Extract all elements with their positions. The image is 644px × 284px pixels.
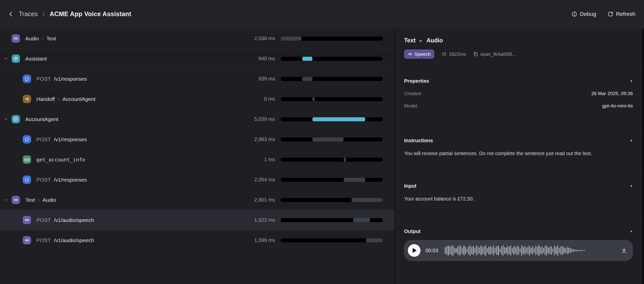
caret-spacer [0, 218, 23, 222]
span-timeline-segment [353, 218, 370, 222]
property-row-created: Created 26 Mar 2025, 09:36 [404, 91, 633, 96]
waveform-bar [567, 247, 567, 254]
trace-span-row[interactable]: POST/v1/audio/speech1,622 ms [0, 210, 394, 230]
breadcrumb-separator: / [41, 10, 46, 18]
waveform-bar [543, 248, 544, 253]
waveform-bar [465, 247, 466, 254]
span-duration-label: 940 ms [258, 56, 275, 62]
span-label: Handoff›AccountAgent [36, 96, 95, 102]
waveform-bar [568, 247, 569, 253]
chevron-down-icon[interactable] [0, 198, 12, 202]
span-duration-label: 2,983 ms [254, 136, 275, 142]
chevron-down-icon[interactable] [0, 117, 12, 121]
output-title: Output [404, 229, 421, 234]
property-value: gpt-4o-mini-tts [602, 103, 633, 109]
waveform-bar [562, 246, 563, 255]
span-timeline-track [281, 178, 383, 182]
trace-span-row[interactable]: Audio›Text2,038 ms [0, 29, 394, 49]
waveform-bar [582, 250, 583, 251]
trace-span-row[interactable]: Assistant940 ms [0, 49, 394, 69]
waveform-bar [487, 248, 488, 253]
waveform-bar [492, 247, 492, 254]
waveform-bar [540, 247, 541, 254]
span-duration-label: 2,054 ms [254, 177, 275, 183]
waveform-bar [518, 246, 519, 254]
span-timeline-track [281, 218, 383, 222]
waveform-bar [581, 250, 581, 251]
trace-span-row[interactable]: Handoff›AccountAgent0 ms [0, 89, 394, 109]
waveform-bar [556, 247, 556, 254]
breadcrumb-traces-link[interactable]: Traces [19, 10, 38, 18]
caret-spacer [0, 77, 23, 81]
trace-span-row[interactable]: {≡}get_account_info1 ms [0, 150, 394, 170]
collapse-caret-icon[interactable]: ▼ [630, 230, 633, 233]
chevron-left-icon [8, 11, 14, 17]
audio-waveform[interactable] [445, 243, 614, 258]
trace-span-row[interactable]: POST/v1/responses2,983 ms [0, 129, 394, 150]
span-timeline-track [281, 77, 383, 81]
audio-icon [23, 236, 31, 244]
waveform-bar [446, 246, 447, 255]
span-title: Text ▶ Audio [404, 37, 633, 44]
waveform-bar [479, 247, 480, 253]
collapse-caret-icon[interactable]: ▼ [630, 184, 633, 188]
span-duration-value: 1622ms [449, 51, 466, 57]
handoff-icon [23, 95, 31, 103]
waveform-bar [457, 246, 458, 254]
properties-title: Properties [404, 78, 429, 84]
waveform-bar [503, 245, 503, 256]
span-timeline-track [281, 137, 383, 141]
span-duration-label: 0 ms [264, 96, 275, 102]
trace-span-row[interactable]: Text›Audio2,901 ms [0, 190, 394, 210]
waveform-bar [454, 247, 455, 253]
gauge-icon [441, 51, 447, 57]
span-label: POST/v1/audio/speech [36, 217, 94, 223]
waveform-bar [575, 249, 575, 251]
play-button[interactable] [408, 244, 420, 257]
waveform-bar [498, 246, 499, 255]
debug-button[interactable]: Debug [571, 11, 596, 17]
waveform-bar [463, 246, 464, 255]
chat-icon [23, 135, 31, 144]
span-duration-label: 1,596 ms [254, 237, 275, 243]
waveform-bar [459, 245, 460, 255]
span-timeline-track [281, 158, 383, 162]
waveform-bar [517, 246, 517, 255]
back-button[interactable] [7, 10, 15, 18]
fn-icon: {≡} [23, 155, 31, 164]
waveform-bar [513, 246, 514, 255]
waveform-bar [525, 246, 525, 255]
span-title-from: Text [404, 37, 416, 44]
top-header: Traces / ACME App Voice Assistant Debug … [0, 0, 644, 28]
waveform-bar [485, 245, 486, 256]
trace-span-row[interactable]: POST/v1/audio/speech1,596 ms [0, 230, 394, 250]
caret-spacer [0, 36, 12, 41]
collapse-caret-icon[interactable]: ▼ [630, 139, 633, 143]
trace-span-row[interactable]: POST/v1/responses939 ms [0, 69, 394, 89]
waveform-bar [545, 246, 546, 255]
chevron-down-icon[interactable] [0, 56, 12, 61]
instructions-title: Instructions [404, 138, 433, 144]
waveform-bar [495, 248, 496, 253]
span-timeline-segment [312, 97, 315, 101]
caret-spacer [0, 137, 23, 141]
instructions-section: Instructions ▼ You will receive partial … [395, 129, 642, 174]
span-id[interactable]: span_f64a0f35... [473, 51, 516, 57]
span-timeline-segment [302, 77, 312, 81]
trace-span-row[interactable]: AccountAgent5,039 ms [0, 109, 394, 129]
input-body: Your account balance is £72.50. [404, 194, 624, 204]
waveform-bar [467, 249, 467, 252]
span-timeline-segment [312, 137, 343, 141]
waveform-bar [475, 248, 475, 253]
scrollbar-track[interactable] [642, 28, 644, 284]
waveform-icon [408, 52, 412, 56]
trace-span-row[interactable]: POST/v1/responses2,054 ms [0, 170, 394, 190]
waveform-bar [528, 247, 528, 254]
collapse-caret-icon[interactable]: ▼ [630, 79, 633, 83]
waveform-bar [504, 247, 505, 254]
download-button[interactable] [621, 247, 627, 254]
waveform-bar [484, 246, 485, 255]
waveform-bar [550, 247, 550, 254]
span-duration-label: 1,622 ms [254, 217, 275, 223]
refresh-button[interactable]: Refresh [607, 11, 635, 17]
